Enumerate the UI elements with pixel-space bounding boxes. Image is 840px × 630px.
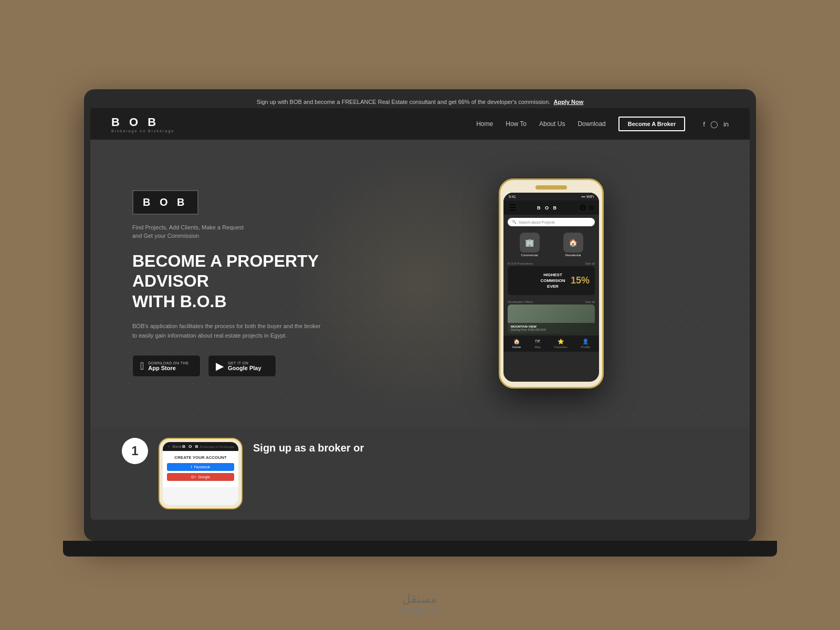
how-step-1: 1 ← Back B O B Brokerage on Brokerage CR… (122, 438, 718, 509)
promotions-title: B.O.B Promotions (508, 262, 533, 265)
playstore-big: Google Play (228, 365, 261, 371)
nav-social: f ◯ in (703, 120, 729, 128)
developer-card: MOUNTAIN VIEW Starting Price: 8,800,000 … (508, 304, 595, 333)
category-residential[interactable]: 🏠 Residential (563, 233, 583, 257)
footer-home-icon: 🏠 (513, 339, 520, 344)
facebook-label: Facebook (194, 465, 211, 469)
apple-icon:  (140, 360, 144, 372)
apply-now-link[interactable]: Apply Now (554, 99, 584, 105)
playstore-text: GET IT ON Google Play (228, 361, 261, 371)
bob-logo-box: B O B (132, 190, 198, 215)
phone-time: 9:41 (509, 195, 516, 198)
step-facebook-button[interactable]: f Facebook (167, 463, 234, 471)
google-label: Google (198, 475, 210, 479)
developer-card-image: MOUNTAIN VIEW Starting Price: 8,800,000 … (508, 304, 595, 333)
footer-profile-icon: 👤 (582, 339, 589, 344)
logo-text: B O B (111, 116, 174, 129)
step-create-account-title: CREATE YOUR ACCOUNT (167, 455, 234, 460)
phone-search[interactable]: 🔍 Search about Projects (508, 218, 595, 226)
website-content: Sign up with BOB and become a FREELANCE … (90, 96, 750, 520)
step-google-button[interactable]: G+ Google (167, 473, 234, 481)
logo-subtitle: Brokerage on Brokerage (111, 129, 174, 133)
promotions-section-title: B.O.B Promotions See all (503, 260, 599, 266)
developers-see-all[interactable]: See all (585, 300, 595, 303)
nav-link-howto[interactable]: How To (506, 120, 527, 128)
phone-settings-icon: ⚙ ≡ (579, 203, 594, 213)
hero-description: BOB's application facilitates the proces… (132, 322, 321, 340)
step-phone-header: ← Back B O B Brokerage on Brokerage (163, 442, 238, 451)
phone-signal: ▪▪▪ WiFi (582, 195, 594, 198)
facebook-icon[interactable]: f (703, 120, 705, 128)
laptop-base (63, 541, 777, 556)
watermark-domain: mostaql.com (399, 606, 440, 614)
step-description: Sign up as a broker or (253, 442, 364, 454)
commercial-icon: 🏢 (520, 233, 540, 253)
step-phone-body: CREATE YOUR ACCOUNT f Facebook G+ Google (163, 451, 238, 487)
footer-profile[interactable]: 👤 Profile (581, 339, 590, 349)
hero-left: B O B Find Projects, Add Clients, Make a… (132, 190, 384, 377)
appstore-big: App Store (148, 365, 188, 371)
google-icon: G+ (191, 475, 196, 479)
phone-screen: 9:41 ▪▪▪ WiFi ☰ B O B ⚙ ≡ 🔍 (503, 193, 599, 382)
navbar: B O B Brokerage on Brokerage Home How To… (90, 108, 750, 140)
phone-menu-icon: ☰ (509, 203, 516, 213)
promotions-see-all[interactable]: See all (585, 262, 595, 265)
phone-status-bar: 9:41 ▪▪▪ WiFi (503, 193, 599, 201)
how-section: 1 ← Back B O B Brokerage on Brokerage CR… (90, 427, 750, 520)
hero-right: 9:41 ▪▪▪ WiFi ☰ B O B ⚙ ≡ 🔍 (384, 178, 718, 388)
footer-map-icon: 🗺 (535, 339, 540, 344)
linkedin-icon[interactable]: in (723, 120, 729, 128)
watermark-arabic: مستقل (399, 592, 440, 606)
residential-icon: 🏠 (563, 233, 583, 253)
promo-percent: 15% (571, 275, 590, 286)
nav-link-download[interactable]: Download (578, 120, 605, 128)
commercial-label: Commercial (521, 254, 538, 257)
developers-section-title: Developers Offers See all (503, 298, 599, 304)
bob-logo-text: B O B (143, 196, 188, 208)
phone-footer-bar: 🏠 Home 🗺 Map ⭐ Favorites (503, 335, 599, 352)
footer-home-label: Home (512, 345, 521, 349)
instagram-icon[interactable]: ◯ (710, 120, 718, 128)
appstore-small: Download on the (148, 361, 188, 365)
step-back-button: ← Back (167, 444, 182, 449)
step-number-1: 1 (122, 438, 148, 464)
facebook-icon: f (191, 465, 192, 469)
hero-title: BECOME A PROPERTY ADVISORWITH B.O.B (132, 251, 384, 311)
category-commercial[interactable]: 🏢 Commercial (520, 233, 540, 257)
footer-favorites[interactable]: ⭐ Favorites (554, 339, 568, 349)
hero-tagline: Find Projects, Add Clients, Make a Reque… (132, 223, 384, 240)
step-phone-preview: ← Back B O B Brokerage on Brokerage CREA… (159, 438, 243, 509)
announcement-text: Sign up with BOB and become a FREELANCE … (257, 99, 551, 105)
play-icon: ▶ (216, 360, 224, 372)
developer-price: Starting Price: 8,800,000 EGP (511, 328, 592, 331)
phone-search-placeholder: Search about Projects (519, 220, 555, 224)
become-broker-button[interactable]: Become A Broker (618, 117, 686, 131)
watermark: مستقل mostaql.com (399, 592, 440, 614)
phone-notch (536, 185, 567, 190)
footer-favorites-icon: ⭐ (558, 339, 564, 344)
step-phone-screen: ← Back B O B Brokerage on Brokerage CREA… (163, 442, 238, 505)
promo-card: HIGHESTCOMMISIONEVER 15% (508, 266, 595, 295)
playstore-small: GET IT ON (228, 361, 261, 365)
hero-section: B O B Find Projects, Add Clients, Make a… (90, 140, 750, 427)
appstore-text: Download on the App Store (148, 361, 188, 371)
footer-map[interactable]: 🗺 Map (534, 339, 541, 349)
footer-map-label: Map (534, 345, 541, 349)
laptop-screen: Sign up with BOB and become a FREELANCE … (90, 96, 750, 520)
playstore-button[interactable]: ▶ GET IT ON Google Play (208, 355, 276, 377)
developers-title: Developers Offers (508, 300, 533, 303)
residential-label: Residential (565, 254, 581, 257)
appstore-button[interactable]:  Download on the App Store (132, 355, 201, 377)
promo-text: HIGHESTCOMMISIONEVER (540, 272, 565, 290)
search-icon: 🔍 (512, 220, 517, 224)
nav-links: Home How To About Us Download Become A B… (476, 117, 729, 131)
store-buttons:  Download on the App Store ▶ GET IT ON (132, 355, 384, 377)
nav-link-about[interactable]: About Us (539, 120, 565, 128)
nav-link-home[interactable]: Home (476, 120, 493, 128)
footer-profile-label: Profile (581, 345, 590, 349)
step-phone-sub: Brokerage on Brokerage (200, 445, 234, 448)
phone-nav-bar: ☰ B O B ⚙ ≡ (503, 201, 599, 215)
step-phone-logo: B O B (182, 444, 199, 449)
phone-app-logo: B O B (537, 205, 558, 211)
footer-home[interactable]: 🏠 Home (512, 339, 521, 349)
